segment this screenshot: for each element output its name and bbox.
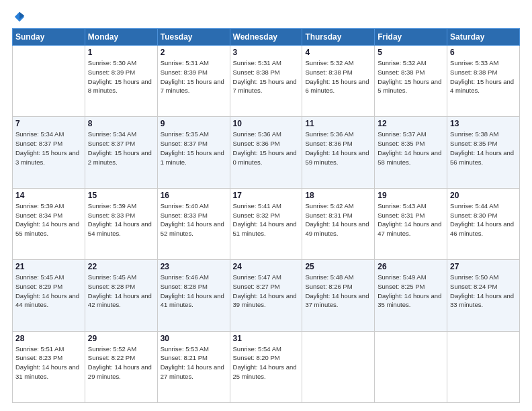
day-number: 17 <box>233 191 300 200</box>
day-number: 31 <box>233 334 300 343</box>
calendar-cell: 5Sunrise: 5:32 AMSunset: 8:38 PMDaylight… <box>375 46 447 117</box>
weekday-header: Tuesday <box>157 29 230 46</box>
calendar-cell: 28Sunrise: 5:51 AMSunset: 8:23 PMDayligh… <box>13 331 85 402</box>
day-info: Sunrise: 5:38 AMSunset: 8:35 PMDaylight:… <box>450 130 517 167</box>
calendar-table: SundayMondayTuesdayWednesdayThursdayFrid… <box>12 28 520 403</box>
calendar-cell: 9Sunrise: 5:35 AMSunset: 8:37 PMDaylight… <box>157 117 230 188</box>
calendar-cell: 17Sunrise: 5:41 AMSunset: 8:32 PMDayligh… <box>230 188 302 259</box>
day-number: 20 <box>450 191 517 200</box>
day-number: 25 <box>305 262 371 271</box>
day-info: Sunrise: 5:41 AMSunset: 8:32 PMDaylight:… <box>233 201 300 238</box>
day-info: Sunrise: 5:45 AMSunset: 8:28 PMDaylight:… <box>88 273 154 310</box>
day-info: Sunrise: 5:40 AMSunset: 8:33 PMDaylight:… <box>161 201 227 238</box>
day-info: Sunrise: 5:31 AMSunset: 8:38 PMDaylight:… <box>233 58 300 95</box>
calendar-cell <box>302 331 375 402</box>
weekday-header: Monday <box>85 29 157 46</box>
day-info: Sunrise: 5:42 AMSunset: 8:31 PMDaylight:… <box>305 201 371 238</box>
day-number: 28 <box>15 334 82 343</box>
day-number: 16 <box>161 191 227 200</box>
day-info: Sunrise: 5:50 AMSunset: 8:24 PMDaylight:… <box>450 273 517 310</box>
day-info: Sunrise: 5:47 AMSunset: 8:27 PMDaylight:… <box>233 273 300 310</box>
day-info: Sunrise: 5:44 AMSunset: 8:30 PMDaylight:… <box>450 201 517 238</box>
day-info: Sunrise: 5:48 AMSunset: 8:26 PMDaylight:… <box>305 273 371 310</box>
day-info: Sunrise: 5:39 AMSunset: 8:33 PMDaylight:… <box>88 201 154 238</box>
day-info: Sunrise: 5:35 AMSunset: 8:37 PMDaylight:… <box>161 130 227 167</box>
day-info: Sunrise: 5:39 AMSunset: 8:34 PMDaylight:… <box>15 201 82 238</box>
weekday-header: Friday <box>375 29 447 46</box>
day-number: 4 <box>305 48 371 57</box>
day-number: 14 <box>15 191 82 200</box>
calendar-cell: 3Sunrise: 5:31 AMSunset: 8:38 PMDaylight… <box>230 46 302 117</box>
day-number: 1 <box>88 48 154 57</box>
day-number: 10 <box>233 119 300 128</box>
day-number: 3 <box>233 48 300 57</box>
day-number: 15 <box>88 191 154 200</box>
calendar-cell: 11Sunrise: 5:36 AMSunset: 8:36 PMDayligh… <box>302 117 375 188</box>
day-info: Sunrise: 5:54 AMSunset: 8:20 PMDaylight:… <box>233 345 300 381</box>
day-number: 6 <box>450 48 517 57</box>
day-number: 29 <box>88 334 154 343</box>
day-number: 21 <box>15 262 82 271</box>
day-info: Sunrise: 5:45 AMSunset: 8:29 PMDaylight:… <box>15 273 82 310</box>
calendar-cell: 1Sunrise: 5:30 AMSunset: 8:39 PMDaylight… <box>85 46 157 117</box>
day-info: Sunrise: 5:36 AMSunset: 8:36 PMDaylight:… <box>305 130 371 167</box>
calendar-cell: 24Sunrise: 5:47 AMSunset: 8:27 PMDayligh… <box>230 260 302 331</box>
day-info: Sunrise: 5:49 AMSunset: 8:25 PMDaylight:… <box>378 273 444 310</box>
calendar-cell: 15Sunrise: 5:39 AMSunset: 8:33 PMDayligh… <box>85 188 157 259</box>
day-info: Sunrise: 5:32 AMSunset: 8:38 PMDaylight:… <box>305 58 371 95</box>
calendar-cell: 20Sunrise: 5:44 AMSunset: 8:30 PMDayligh… <box>447 188 520 259</box>
day-number: 19 <box>378 191 444 200</box>
calendar-cell: 19Sunrise: 5:43 AMSunset: 8:31 PMDayligh… <box>375 188 447 259</box>
day-info: Sunrise: 5:34 AMSunset: 8:37 PMDaylight:… <box>15 130 82 167</box>
calendar-cell: 12Sunrise: 5:37 AMSunset: 8:35 PMDayligh… <box>375 117 447 188</box>
day-info: Sunrise: 5:46 AMSunset: 8:28 PMDaylight:… <box>161 273 227 310</box>
weekday-header: Thursday <box>302 29 375 46</box>
day-info: Sunrise: 5:36 AMSunset: 8:36 PMDaylight:… <box>233 130 300 167</box>
calendar-cell: 4Sunrise: 5:32 AMSunset: 8:38 PMDaylight… <box>302 46 375 117</box>
calendar-cell <box>13 46 85 117</box>
weekday-header: Wednesday <box>230 29 302 46</box>
calendar-cell: 10Sunrise: 5:36 AMSunset: 8:36 PMDayligh… <box>230 117 302 188</box>
calendar-week-row: 7Sunrise: 5:34 AMSunset: 8:37 PMDaylight… <box>13 117 520 188</box>
day-info: Sunrise: 5:52 AMSunset: 8:22 PMDaylight:… <box>88 345 154 381</box>
weekday-header: Saturday <box>447 29 520 46</box>
day-number: 8 <box>88 119 154 128</box>
header <box>12 11 520 23</box>
day-info: Sunrise: 5:51 AMSunset: 8:23 PMDaylight:… <box>15 345 82 381</box>
calendar-cell <box>447 331 520 402</box>
day-info: Sunrise: 5:53 AMSunset: 8:21 PMDaylight:… <box>161 345 227 381</box>
day-number: 18 <box>305 191 371 200</box>
calendar-week-row: 21Sunrise: 5:45 AMSunset: 8:29 PMDayligh… <box>13 260 520 331</box>
page: SundayMondayTuesdayWednesdayThursdayFrid… <box>0 0 532 411</box>
calendar-cell: 31Sunrise: 5:54 AMSunset: 8:20 PMDayligh… <box>230 331 302 402</box>
day-number: 22 <box>88 262 154 271</box>
day-info: Sunrise: 5:37 AMSunset: 8:35 PMDaylight:… <box>378 130 444 167</box>
day-number: 2 <box>161 48 227 57</box>
calendar-cell: 2Sunrise: 5:31 AMSunset: 8:39 PMDaylight… <box>157 46 230 117</box>
calendar-cell: 30Sunrise: 5:53 AMSunset: 8:21 PMDayligh… <box>157 331 230 402</box>
calendar-cell: 23Sunrise: 5:46 AMSunset: 8:28 PMDayligh… <box>157 260 230 331</box>
calendar-cell: 29Sunrise: 5:52 AMSunset: 8:22 PMDayligh… <box>85 331 157 402</box>
calendar-cell: 22Sunrise: 5:45 AMSunset: 8:28 PMDayligh… <box>85 260 157 331</box>
day-info: Sunrise: 5:43 AMSunset: 8:31 PMDaylight:… <box>378 201 444 238</box>
calendar-cell: 14Sunrise: 5:39 AMSunset: 8:34 PMDayligh… <box>13 188 85 259</box>
logo-text <box>12 11 26 23</box>
calendar-cell: 13Sunrise: 5:38 AMSunset: 8:35 PMDayligh… <box>447 117 520 188</box>
calendar-cell: 7Sunrise: 5:34 AMSunset: 8:37 PMDaylight… <box>13 117 85 188</box>
day-number: 23 <box>161 262 227 271</box>
weekday-header-row: SundayMondayTuesdayWednesdayThursdayFrid… <box>13 29 520 46</box>
day-number: 27 <box>450 262 517 271</box>
day-number: 24 <box>233 262 300 271</box>
calendar-cell: 18Sunrise: 5:42 AMSunset: 8:31 PMDayligh… <box>302 188 375 259</box>
calendar-cell: 26Sunrise: 5:49 AMSunset: 8:25 PMDayligh… <box>375 260 447 331</box>
calendar-cell: 16Sunrise: 5:40 AMSunset: 8:33 PMDayligh… <box>157 188 230 259</box>
calendar-week-row: 1Sunrise: 5:30 AMSunset: 8:39 PMDaylight… <box>13 46 520 117</box>
calendar-week-row: 14Sunrise: 5:39 AMSunset: 8:34 PMDayligh… <box>13 188 520 259</box>
calendar-cell: 21Sunrise: 5:45 AMSunset: 8:29 PMDayligh… <box>13 260 85 331</box>
day-number: 12 <box>378 119 444 128</box>
calendar-week-row: 28Sunrise: 5:51 AMSunset: 8:23 PMDayligh… <box>13 331 520 402</box>
calendar-cell: 25Sunrise: 5:48 AMSunset: 8:26 PMDayligh… <box>302 260 375 331</box>
logo-icon <box>13 11 26 23</box>
day-info: Sunrise: 5:32 AMSunset: 8:38 PMDaylight:… <box>378 58 444 95</box>
day-number: 11 <box>305 119 371 128</box>
